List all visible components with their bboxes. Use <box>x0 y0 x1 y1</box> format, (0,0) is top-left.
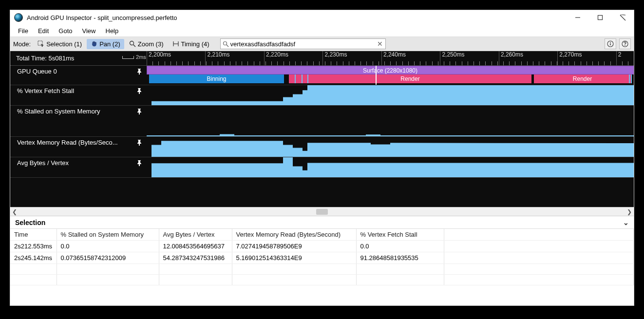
clear-search-button[interactable]: ✕ <box>377 40 383 47</box>
menu-goto[interactable]: Goto <box>54 26 77 36</box>
selection-icon <box>38 40 44 47</box>
maximize-button[interactable] <box>589 11 611 24</box>
table-header-cell[interactable]: Vertex Memory Read (Bytes/Second) <box>232 229 356 241</box>
svg-point-16 <box>625 45 625 46</box>
pin-icon[interactable] <box>137 69 143 76</box>
table-row[interactable]: 2s212.553ms0.012.0084535646956377.027419… <box>10 241 634 252</box>
menu-edit[interactable]: Edit <box>33 26 54 36</box>
menu-help[interactable]: Help <box>101 26 124 36</box>
search-box[interactable]: ✕ <box>220 38 386 49</box>
app-icon <box>14 13 23 22</box>
scroll-thumb[interactable] <box>316 209 328 215</box>
track-label-text: Vertex Memory Read (Bytes/Seco... <box>17 139 118 146</box>
titlebar: Android GPU Inspector - split_uncompress… <box>10 10 634 25</box>
scroll-right-arrow[interactable]: ❯ <box>625 208 634 215</box>
table-header-cell[interactable]: % Stalled on System Memory <box>57 229 159 241</box>
table-row[interactable]: 2s245.142ms0.0736515874231200954.2873432… <box>10 252 634 264</box>
table-header-cell[interactable]: Time <box>10 229 57 241</box>
gpu-surface-bar[interactable]: Surface (2280x1080) <box>147 66 634 75</box>
table-row-empty <box>10 264 634 275</box>
ruler-tick: 2 <box>616 51 622 65</box>
time-ruler[interactable]: 2,200ms2,210ms2,220ms2,230ms2,240ms2,250… <box>147 51 634 65</box>
track-label: % Stalled on System Memory <box>10 106 147 136</box>
help-button[interactable] <box>619 38 631 49</box>
close-button[interactable] <box>611 11 634 24</box>
gpu-segment-render[interactable]: Render <box>288 75 532 83</box>
table-cell: 0.0 <box>356 241 444 252</box>
selection-table: Time% Stalled on System MemoryAvg Bytes … <box>10 229 634 285</box>
track-chart-ssm[interactable] <box>147 106 634 136</box>
search-icon <box>223 41 229 47</box>
info-button[interactable] <box>605 38 616 49</box>
mode-pan-button[interactable]: Pan (2) <box>87 39 124 49</box>
selection-header[interactable]: Selection ⌄ <box>10 216 634 229</box>
menu-file[interactable]: File <box>13 26 33 36</box>
gpu-segment-binning[interactable]: Binning <box>149 75 284 83</box>
mini-scale-label: 2ms <box>136 54 146 60</box>
ruler-tick: 2,260ms <box>499 51 523 65</box>
table-row-empty <box>10 275 634 285</box>
track-label: Vertex Memory Read (Bytes/Seco... <box>10 137 147 157</box>
table-cell: 5.169012514363314E9 <box>232 252 356 264</box>
pin-icon[interactable] <box>137 88 143 95</box>
mode-zoom-button[interactable]: Zoom (3) <box>125 39 168 49</box>
table-cell: 0.07365158742312009 <box>57 252 159 264</box>
track-chart-abv[interactable] <box>147 157 634 177</box>
table-cell: 7.027419458789506E9 <box>232 241 356 252</box>
gpu-segment-render[interactable]: Render <box>533 75 631 83</box>
pan-icon <box>91 40 97 47</box>
svg-line-6 <box>133 45 135 47</box>
track-chart-vfs[interactable] <box>147 85 634 105</box>
svg-line-3 <box>620 15 625 15</box>
gpu-queue-label-text: GPU Queue 0 <box>17 68 57 75</box>
time-marker[interactable] <box>376 66 377 85</box>
track-label-text: Avg Bytes / Vertex <box>17 159 69 167</box>
track-gpu-queue: GPU Queue 0 Surface (2280x1080) 81.412ms… <box>10 66 634 85</box>
info-icon <box>607 40 614 47</box>
ruler-tick: 2,250ms <box>440 51 464 65</box>
svg-rect-1 <box>598 16 603 20</box>
timeline-panel: Total Time: 5s081ms 2ms 2,200ms2,210ms2,… <box>10 51 634 207</box>
ruler-tick: 2,230ms <box>322 51 347 65</box>
menu-view[interactable]: View <box>77 26 101 36</box>
table-cell: 2s245.142ms <box>10 252 57 264</box>
pin-icon[interactable] <box>137 140 143 147</box>
mode-selection-label: Selection (1) <box>46 40 82 48</box>
track-vmr: Vertex Memory Read (Bytes/Seco... <box>10 137 634 157</box>
track-chart-vmr[interactable] <box>147 137 634 157</box>
mode-timing-label: Timing (4) <box>181 40 209 48</box>
minimize-button[interactable] <box>567 11 589 24</box>
timeline-rows: GPU Queue 0 Surface (2280x1080) 81.412ms… <box>10 66 634 207</box>
mode-selection-button[interactable]: Selection (1) <box>34 39 86 49</box>
track-label-gpu-queue: GPU Queue 0 <box>10 66 147 85</box>
track-label: % Vertex Fetch Stall <box>10 85 147 105</box>
maximize-icon <box>597 15 603 20</box>
ruler-tick: 2,200ms <box>147 51 171 65</box>
gpu-segment-marker <box>629 75 630 83</box>
table-cell: 91.28648581935535 <box>356 252 444 264</box>
ruler-tick: 2,270ms <box>557 51 582 65</box>
mode-timing-button[interactable]: Timing (4) <box>169 39 213 49</box>
ruler-tick: 2,240ms <box>381 51 406 65</box>
gpu-queue-track[interactable]: Surface (2280x1080) 81.412ms BinningRend… <box>147 66 634 85</box>
selection-title: Selection <box>15 219 45 226</box>
svg-line-2 <box>620 15 625 20</box>
timing-icon <box>172 40 179 47</box>
table-header-cell[interactable]: Avg Bytes / Vertex <box>159 229 232 241</box>
minimize-icon <box>575 15 581 20</box>
pin-icon[interactable] <box>137 160 143 168</box>
gpu-segment-marker <box>307 75 308 83</box>
table-header-cell[interactable]: % Vertex Fetch Stall <box>356 229 444 241</box>
chevron-down-icon[interactable]: ⌄ <box>623 219 629 226</box>
svg-point-10 <box>223 41 227 45</box>
table-cell: 0.0 <box>57 241 159 252</box>
gpu-segment-gap[interactable] <box>284 75 288 83</box>
horizontal-scrollbar[interactable]: ❮ ❯ <box>10 207 634 216</box>
selection-table-wrap: Time% Stalled on System MemoryAvg Bytes … <box>10 229 634 305</box>
search-input[interactable] <box>230 40 377 48</box>
track-label-text: % Stalled on System Memory <box>17 108 100 115</box>
scroll-left-arrow[interactable]: ❮ <box>10 208 19 215</box>
pin-icon[interactable] <box>137 109 143 116</box>
svg-line-11 <box>227 45 228 47</box>
window-title: Android GPU Inspector - split_uncompress… <box>27 14 567 21</box>
